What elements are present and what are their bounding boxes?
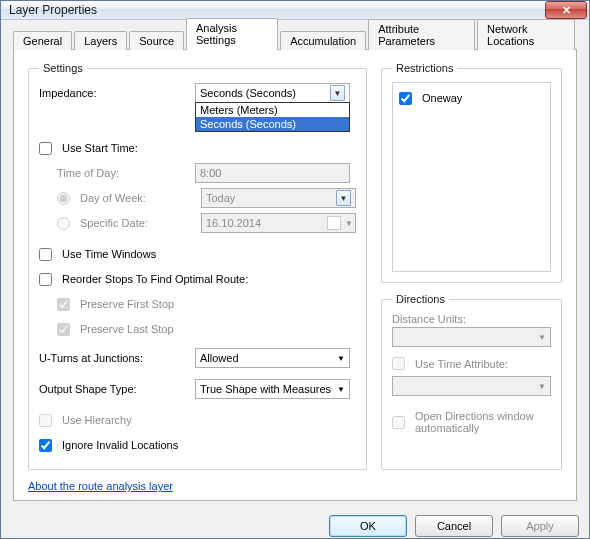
settings-legend: Settings <box>39 62 87 74</box>
tab-network-locations[interactable]: Network Locations <box>477 19 575 50</box>
impedance-select[interactable]: Seconds (Seconds) ▼ <box>195 83 350 103</box>
chevron-down-icon: ▼ <box>330 85 345 101</box>
use-time-attr-label: Use Time Attribute: <box>415 358 508 370</box>
chevron-down-icon: ▼ <box>336 190 351 206</box>
tab-attribute-parameters[interactable]: Attribute Parameters <box>368 19 475 50</box>
about-link[interactable]: About the route analysis layer <box>28 480 562 492</box>
tab-layers[interactable]: Layers <box>74 31 127 50</box>
layer-properties-dialog: Layer Properties ✕ General Layers Source… <box>0 0 590 539</box>
tab-analysis-settings[interactable]: Analysis Settings <box>186 18 278 50</box>
cancel-button[interactable]: Cancel <box>415 515 493 537</box>
chevron-down-icon: ▼ <box>337 354 345 363</box>
time-of-day-input[interactable] <box>195 163 350 183</box>
tab-accumulation[interactable]: Accumulation <box>280 31 366 50</box>
impedance-option-seconds[interactable]: Seconds (Seconds) <box>196 117 349 131</box>
use-start-time-label: Use Start Time: <box>62 142 138 154</box>
distance-units-label: Distance Units: <box>392 313 551 325</box>
specific-date-radio <box>57 217 70 230</box>
day-of-week-value: Today <box>206 192 235 204</box>
impedance-label: Impedance: <box>39 87 189 99</box>
tabpage-analysis-settings: Settings Impedance: Seconds (Seconds) ▼ … <box>13 50 577 501</box>
preserve-first-stop-label: Preserve First Stop <box>80 298 174 310</box>
specific-date-label: Specific Date: <box>80 217 195 229</box>
ignore-invalid-checkbox[interactable] <box>39 439 52 452</box>
directions-group: Directions Distance Units: ▼ Use Time At… <box>381 293 562 470</box>
reorder-stops-label: Reorder Stops To Find Optimal Route: <box>62 273 248 285</box>
specific-date-value: 16.10.2014 <box>206 217 323 229</box>
tab-source[interactable]: Source <box>129 31 184 50</box>
chevron-down-icon: ▼ <box>538 333 546 342</box>
preserve-last-stop-label: Preserve Last Stop <box>80 323 174 335</box>
titlebar: Layer Properties ✕ <box>1 1 589 20</box>
restrictions-legend: Restrictions <box>392 62 457 74</box>
distance-units-select: ▼ <box>392 327 551 347</box>
reorder-stops-checkbox[interactable] <box>39 273 52 286</box>
close-button[interactable]: ✕ <box>545 1 587 19</box>
window-title: Layer Properties <box>9 3 545 17</box>
uturns-label: U-Turns at Junctions: <box>39 352 189 364</box>
open-directions-checkbox <box>392 416 405 429</box>
dialog-buttons: OK Cancel Apply <box>1 505 589 539</box>
day-of-week-select: Today ▼ <box>201 188 356 208</box>
specific-date-input: 16.10.2014 ▼ <box>201 213 356 233</box>
apply-button[interactable]: Apply <box>501 515 579 537</box>
use-hierarchy-checkbox <box>39 414 52 427</box>
use-start-time-checkbox[interactable] <box>39 142 52 155</box>
restriction-oneway-label: Oneway <box>422 92 462 104</box>
open-directions-label: Open Directions window automatically <box>415 410 551 434</box>
use-time-windows-label: Use Time Windows <box>62 248 156 260</box>
chevron-down-icon: ▼ <box>538 382 546 391</box>
uturns-value: Allowed <box>200 352 239 364</box>
restrictions-list: Oneway <box>392 82 551 272</box>
chevron-down-icon: ▼ <box>345 219 353 228</box>
ignore-invalid-label: Ignore Invalid Locations <box>62 439 178 451</box>
restrictions-group: Restrictions Oneway <box>381 62 562 283</box>
content: General Layers Source Analysis Settings … <box>1 20 589 505</box>
chevron-down-icon: ▼ <box>337 385 345 394</box>
settings-group: Settings Impedance: Seconds (Seconds) ▼ … <box>28 62 367 470</box>
time-of-day-label: Time of Day: <box>57 167 189 179</box>
day-of-week-radio <box>57 192 70 205</box>
uturns-select[interactable]: Allowed ▼ <box>195 348 350 368</box>
impedance-dropdown: Meters (Meters) Seconds (Seconds) <box>195 102 350 132</box>
preserve-last-stop-checkbox <box>57 323 70 336</box>
day-of-week-label: Day of Week: <box>80 192 195 204</box>
calendar-icon <box>327 216 341 230</box>
preserve-first-stop-checkbox <box>57 298 70 311</box>
tab-general[interactable]: General <box>13 31 72 50</box>
impedance-option-meters[interactable]: Meters (Meters) <box>196 103 349 117</box>
ok-button[interactable]: OK <box>329 515 407 537</box>
use-hierarchy-label: Use Hierarchy <box>62 414 132 426</box>
output-shape-value: True Shape with Measures <box>200 383 331 395</box>
restriction-oneway-checkbox[interactable] <box>399 92 412 105</box>
use-time-windows-checkbox[interactable] <box>39 248 52 261</box>
close-icon: ✕ <box>562 4 571 17</box>
output-shape-label: Output Shape Type: <box>39 383 189 395</box>
use-time-attr-checkbox <box>392 357 405 370</box>
time-attr-select: ▼ <box>392 376 551 396</box>
directions-legend: Directions <box>392 293 449 305</box>
tabstrip: General Layers Source Analysis Settings … <box>13 28 577 50</box>
impedance-value: Seconds (Seconds) <box>200 87 296 99</box>
output-shape-select[interactable]: True Shape with Measures ▼ <box>195 379 350 399</box>
